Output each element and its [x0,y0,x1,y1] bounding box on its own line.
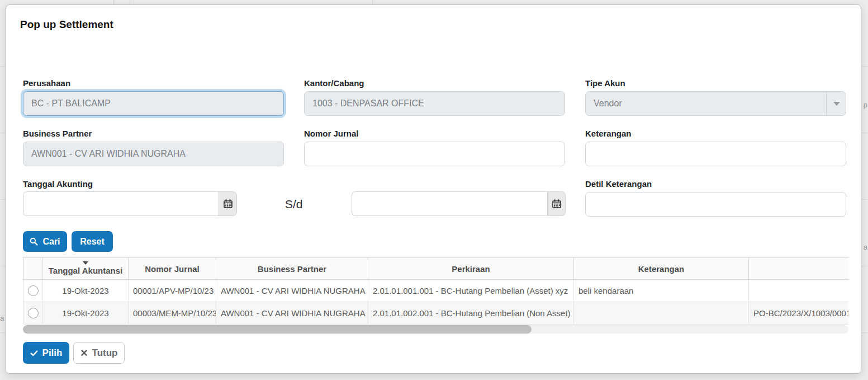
sort-desc-arrow-icon [83,261,88,265]
calendar-icon[interactable] [547,191,566,216]
nomor-jurnal-field: Nomor Jurnal [304,129,565,166]
column-header-nomor-jurnal[interactable]: Nomor Jurnal [129,258,216,280]
cell-rincian: PO-BC/2023/X/1003/0001 [749,302,849,325]
reset-button-label: Reset [80,237,105,247]
cell-perkiraan: 2.01.01.002.001 - BC-Hutang Pembelian (N… [368,302,574,325]
popup-title: Pop up Settlement [20,18,113,31]
column-header-perkiraan[interactable]: Perkiraan [368,258,574,280]
cell-business-partner: AWN001 - CV ARI WIDHIA NUGRAHA [216,280,368,302]
cell-business-partner: AWN001 - CV ARI WIDHIA NUGRAHA [216,302,368,325]
tanggal-akunting-from-group [23,191,237,216]
settlement-popup-dialog: Pop up Settlement Perusahaan Kantor/Caba… [6,4,861,374]
check-icon [30,349,38,357]
chevron-down-icon [826,92,846,115]
table-row: 19-Okt-2023 00001/APV-MP/10/23 AWN001 - … [23,280,849,302]
tutup-button-label: Tutup [92,348,118,359]
cell-tanggal: 19-Okt-2023 [43,302,129,325]
calendar-icon[interactable] [219,191,237,216]
date-range-separator: S/d [285,198,303,211]
business-partner-input [23,142,284,166]
cell-nomor-jurnal: 00001/APV-MP/10/23 [129,280,216,302]
tipe-akun-label: Tipe Akun [585,78,846,88]
tanggal-akunting-from-input[interactable] [23,191,219,216]
pilih-button-label: Pilih [42,348,63,359]
kantor-cabang-field: Kantor/Cabang [304,78,565,116]
business-partner-field: Business Partner [23,129,284,166]
cell-perkiraan: 2.01.01.001.001 - BC-Hutang Pembelian (A… [368,280,574,302]
tanggal-akunting-to-group [352,191,566,216]
cell-nomor-jurnal: 00003/MEM-MP/10/23 [129,302,216,325]
background-text-fragment: a [0,314,4,322]
table-header-row: Tanggal Akuntansi Nomor Jurnal Business … [23,258,849,280]
reset-button[interactable]: Reset [72,231,113,252]
detil-keterangan-input[interactable] [585,192,846,217]
horizontal-scrollbar-track[interactable] [23,325,848,334]
cell-keterangan [574,302,749,325]
tutup-button[interactable]: Tutup [73,342,125,364]
kantor-cabang-input [304,91,565,116]
close-icon [80,349,88,356]
cell-rincian [749,280,849,302]
background-text-fragment: p [864,101,867,109]
perusahaan-field: Perusahaan [23,78,284,116]
cell-keterangan: beli kendaraan [574,280,749,302]
perusahaan-label: Perusahaan [23,78,284,88]
keterangan-input[interactable] [585,142,846,166]
detil-keterangan-field: Detil Keterangan [585,179,846,217]
tanggal-akunting-label: Tanggal Akunting [23,179,284,189]
search-icon [30,237,38,246]
horizontal-scrollbar-thumb[interactable] [23,325,532,334]
cari-button[interactable]: Cari [23,231,67,252]
tipe-akun-select: Vendor [585,91,846,116]
tanggal-akunting-field: Tanggal Akunting [23,179,284,192]
keterangan-label: Keterangan [585,129,846,138]
tipe-akun-field: Tipe Akun Vendor [585,78,846,116]
row-select-radio[interactable] [28,308,39,318]
settlement-results-table: Tanggal Akuntansi Nomor Jurnal Business … [23,257,848,325]
business-partner-label: Business Partner [23,129,284,138]
table-row: 19-Okt-2023 00003/MEM-MP/10/23 AWN001 - … [23,302,849,325]
column-header-tanggal-akuntansi[interactable]: Tanggal Akuntansi [43,258,129,280]
column-header-label: Tanggal Akuntansi [49,266,123,276]
kantor-cabang-label: Kantor/Cabang [304,78,565,88]
cari-button-label: Cari [42,237,60,247]
perusahaan-input[interactable] [23,91,284,116]
column-header-business-partner[interactable]: Business Partner [216,258,368,280]
nomor-jurnal-input[interactable] [304,142,565,166]
background-text-fragment: a [864,243,867,251]
pilih-button[interactable]: Pilih [23,342,69,364]
column-header-keterangan[interactable]: Keterangan [574,258,749,280]
detil-keterangan-label: Detil Keterangan [585,179,846,189]
column-header-select [23,258,43,280]
row-select-radio[interactable] [28,285,39,296]
nomor-jurnal-label: Nomor Jurnal [304,129,565,138]
tanggal-akunting-to-input[interactable] [352,191,547,216]
column-header-rincian[interactable]: Rincian [749,258,849,280]
cell-tanggal: 19-Okt-2023 [43,280,129,302]
keterangan-field: Keterangan [585,129,846,166]
